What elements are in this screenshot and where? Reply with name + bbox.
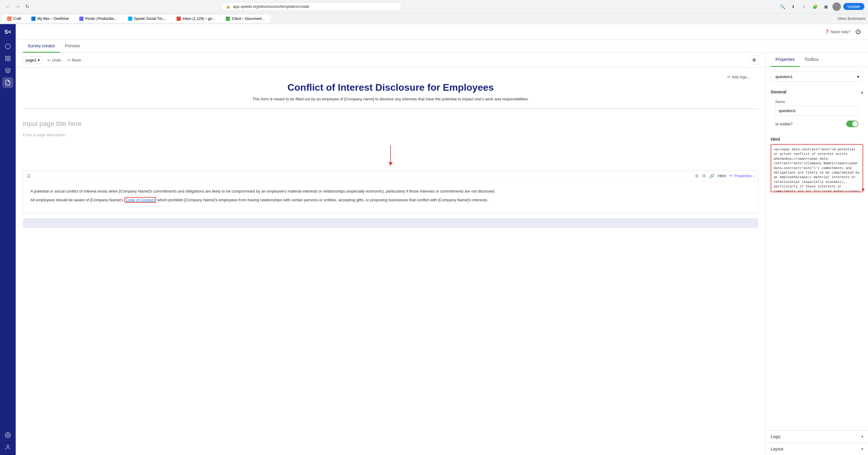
forward-button[interactable]: → bbox=[13, 2, 22, 11]
svg-point-0 bbox=[5, 44, 10, 49]
onedrive-tab-label: My files – OneDrive bbox=[37, 17, 69, 21]
update-button[interactable]: Update bbox=[843, 3, 864, 10]
craft-tab-label: Craft bbox=[13, 17, 21, 21]
html-paragraph-1: A potential or actual conflict of intere… bbox=[30, 188, 751, 195]
general-chevron-icon: ▴ bbox=[861, 90, 863, 94]
tab-preview[interactable]: Preview bbox=[60, 40, 85, 53]
gmail-favicon bbox=[177, 17, 181, 21]
power-button[interactable]: ⏻ bbox=[855, 29, 861, 35]
html-toggle-label[interactable]: Html bbox=[718, 173, 726, 178]
survey-header: ✏ Add logo… Conflict of Interest Disclos… bbox=[23, 75, 758, 109]
main-tab-nav: Survey creator Preview bbox=[16, 40, 868, 53]
browser-tab-craft[interactable]: C Craft bbox=[2, 15, 26, 23]
chevron-right-icon: › bbox=[753, 173, 754, 178]
svg-rect-2 bbox=[8, 56, 10, 58]
address-bar[interactable]: 🔒 app.speeki.org/disclosures/templates/c… bbox=[221, 2, 402, 10]
undo-label: Undo bbox=[52, 58, 61, 62]
code-of-conduct-link[interactable]: Code of Conduct bbox=[126, 198, 155, 202]
svg-rect-1 bbox=[6, 56, 7, 58]
toggle-slider bbox=[846, 121, 858, 127]
drag-handle-icon[interactable]: ☰ bbox=[27, 173, 31, 178]
page-selector-chevron: ▾ bbox=[38, 58, 40, 62]
link-question-icon[interactable]: 🔗 bbox=[709, 173, 714, 178]
bookmark-button[interactable]: ☆ bbox=[800, 2, 808, 11]
layout-section-header[interactable]: Layout ▾ bbox=[766, 443, 868, 455]
general-section-content: Name Is visible? bbox=[771, 100, 863, 137]
redo-button[interactable]: ↪ Redo bbox=[65, 57, 84, 64]
craft-favicon: C bbox=[7, 17, 11, 21]
page-desc-input[interactable]: Enter a page description bbox=[23, 131, 758, 138]
html-text-content: A potential or actual conflict of intere… bbox=[30, 188, 751, 203]
speeki-favicon bbox=[128, 17, 132, 21]
sidebar-toggle[interactable]: ▣ bbox=[822, 2, 830, 11]
panel-tab-toolbox[interactable]: Toolbox bbox=[800, 53, 824, 67]
html-error-indicator bbox=[862, 188, 864, 191]
client-tab-label: Client – Document… bbox=[232, 17, 265, 21]
portal-favicon bbox=[79, 17, 84, 21]
reload-button[interactable]: ↻ bbox=[23, 2, 31, 11]
search-button[interactable]: 🔍 bbox=[778, 2, 786, 11]
survey-canvas: page1 ▾ ↩ Undo ↪ Redo ⚙ bbox=[16, 53, 766, 455]
html-paragraph-2: All employees should be aware of [Compan… bbox=[30, 197, 751, 203]
copy-question-icon[interactable]: ⧉ bbox=[703, 173, 706, 178]
other-bookmarks[interactable]: Other Bookmarks bbox=[838, 17, 866, 21]
page-title-input[interactable]: Input page title here bbox=[23, 119, 758, 129]
avatar[interactable] bbox=[832, 2, 841, 11]
is-visible-toggle[interactable] bbox=[846, 121, 858, 127]
settings-question-icon[interactable]: ⚙ bbox=[695, 173, 699, 178]
question-selector-text: .question1 bbox=[775, 74, 793, 79]
page-selector[interactable]: page1 ▾ bbox=[23, 56, 42, 64]
browser-tab-onedrive[interactable]: My files – OneDrive bbox=[27, 15, 74, 23]
logic-section-header[interactable]: Logic ▾ bbox=[766, 431, 868, 443]
question-toolbar: ☰ ⚙ ⧉ 🔗 Html ✏ Properties › bbox=[23, 171, 758, 181]
question-selector-dropdown[interactable]: .question1 ▾ bbox=[771, 72, 863, 82]
undo-icon: ↩ bbox=[47, 58, 51, 62]
name-field-input[interactable] bbox=[775, 106, 858, 116]
is-visible-label: Is visible? bbox=[775, 122, 793, 126]
download-button[interactable]: ⬇ bbox=[789, 2, 798, 11]
speeki-logo[interactable]: S< bbox=[2, 27, 13, 37]
properties-link[interactable]: ✏ Properties › bbox=[730, 173, 754, 178]
name-field-label: Name bbox=[775, 100, 858, 104]
undo-button[interactable]: ↩ Undo bbox=[45, 57, 64, 64]
page-section: Input page title here Enter a page descr… bbox=[23, 114, 758, 143]
tab-survey-creator[interactable]: Survey creator bbox=[23, 40, 60, 53]
top-bar: ❓ Need help? ⏻ bbox=[16, 24, 868, 40]
html-textarea[interactable]: <p><span data-contrast="auto">A potentia… bbox=[771, 144, 863, 192]
undo-redo-group: ↩ Undo ↪ Redo bbox=[45, 57, 84, 64]
sidebar-icon-profile[interactable] bbox=[2, 442, 13, 453]
main-content: ❓ Need help? ⏻ Survey creator Preview pa… bbox=[16, 24, 868, 455]
logic-section: Logic ▾ bbox=[766, 430, 868, 443]
add-logo-button[interactable]: ✏ Add logo… bbox=[727, 75, 751, 79]
add-logo-text: Add logo… bbox=[732, 75, 751, 79]
panel-tab-properties[interactable]: Properties bbox=[771, 53, 800, 67]
panel-content: .question1 ▾ General ▴ Name bbox=[766, 67, 868, 430]
svg-marker-5 bbox=[5, 68, 10, 70]
survey-title: Conflict of Interest Disclosure for Empl… bbox=[30, 82, 751, 93]
browser-tab-portal[interactable]: Portal | Productbo… bbox=[74, 15, 123, 23]
properties-link-text: Properties bbox=[734, 173, 752, 178]
browser-actions: 🔍 ⬇ ☆ 🧩 ▣ Update bbox=[778, 2, 864, 11]
browser-tab-gmail[interactable]: Inbox (1,129) – ge… bbox=[172, 15, 220, 23]
extension-button[interactable]: 🧩 bbox=[811, 2, 819, 11]
survey-content: ✏ Add logo… Conflict of Interest Disclos… bbox=[16, 67, 766, 235]
app-container: S< ❓ Need help? bbox=[0, 24, 868, 455]
browser-tab-speeki[interactable]: Speeki Social Tric… bbox=[123, 15, 171, 23]
sidebar-icon-settings[interactable] bbox=[2, 430, 13, 441]
portal-tab-label: Portal | Productbo… bbox=[85, 17, 118, 21]
add-question-area[interactable] bbox=[23, 218, 758, 228]
sidebar-icon-analytics[interactable] bbox=[2, 53, 13, 64]
canvas-settings-button[interactable]: ⚙ bbox=[750, 56, 758, 64]
dropdown-chevron-icon: ▾ bbox=[857, 74, 859, 79]
sidebar-icon-dashboard[interactable] bbox=[2, 41, 13, 52]
sidebar-icon-documents[interactable] bbox=[2, 77, 13, 88]
need-help-link[interactable]: ❓ Need help? bbox=[825, 30, 851, 34]
general-section-header[interactable]: General ▴ bbox=[771, 87, 863, 97]
layout-section-title: Layout bbox=[771, 447, 783, 451]
browser-tab-client[interactable]: Client – Document… bbox=[221, 15, 270, 23]
question-toolbar-left: ☰ bbox=[27, 173, 31, 178]
nav-buttons: ← → ↻ bbox=[4, 2, 31, 11]
sidebar-icon-layers[interactable] bbox=[2, 65, 13, 76]
logic-chevron-icon: ▾ bbox=[861, 434, 863, 439]
back-button[interactable]: ← bbox=[4, 2, 12, 11]
